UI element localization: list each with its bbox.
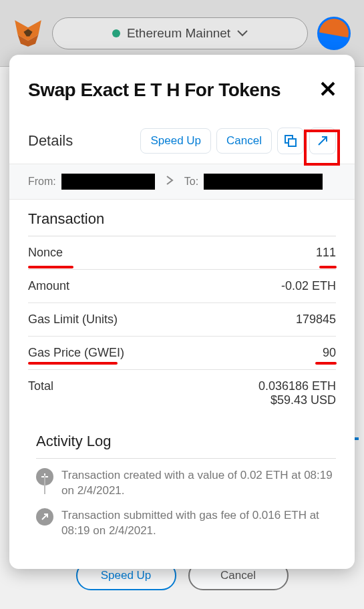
network-selector[interactable]: Ethereum Mainnet (52, 17, 308, 49)
gasprice-row: Gas Price (GWEI) 90 (28, 337, 336, 370)
network-status-dot (112, 29, 120, 37)
amount-row: Amount -0.02 ETH (28, 270, 336, 303)
from-label: From: (28, 176, 56, 188)
underline-gasprice-label (28, 362, 118, 365)
underline-nonce-label (28, 266, 73, 268)
copy-button[interactable] (277, 128, 304, 154)
from-address-redacted (61, 174, 155, 190)
underline-gasprice-value (315, 362, 337, 365)
network-name: Ethereum Mainnet (127, 26, 230, 41)
chevron-down-icon (237, 27, 248, 39)
activity-title: Activity Log (36, 433, 336, 459)
gasprice-label: Gas Price (GWEI) (28, 346, 124, 360)
details-row: Details Speed Up Cancel (9, 128, 355, 164)
from-to-bar: From: To: (9, 164, 355, 200)
account-avatar[interactable] (317, 17, 351, 50)
cancel-button[interactable]: Cancel (216, 128, 272, 154)
gasprice-value: 90 (323, 346, 336, 360)
activity-section: Activity Log Transaction created with a … (9, 417, 355, 552)
arrow-up-right-icon (36, 508, 53, 526)
external-link-button[interactable] (309, 128, 336, 154)
underline-nonce-value (319, 266, 337, 268)
gaslimit-label: Gas Limit (Units) (28, 313, 118, 327)
gaslimit-row: Gas Limit (Units) 179845 (28, 303, 336, 337)
log-text-created: Transaction created with a value of 0.02… (61, 468, 336, 499)
transaction-title: Transaction (28, 210, 336, 236)
total-row: Total 0.036186 ETH $59.43 USD (28, 370, 336, 417)
modal-header: Swap Exact E T H For Tokens (9, 55, 355, 128)
to-address-redacted (204, 174, 323, 190)
nonce-label: Nonce (28, 246, 63, 260)
log-item-submitted: Transaction submitted with gas fee of 0.… (36, 499, 336, 539)
modal-title: Swap Exact E T H For Tokens (28, 79, 320, 101)
details-label: Details (28, 132, 135, 150)
total-usd: $59.43 USD (258, 393, 336, 407)
arrow-right-icon (160, 175, 179, 189)
external-link-icon (317, 135, 329, 147)
amount-value: -0.02 ETH (281, 279, 336, 293)
speedup-button[interactable]: Speed Up (140, 128, 211, 154)
copy-icon (285, 135, 297, 147)
log-text-submitted: Transaction submitted with gas fee of 0.… (61, 508, 336, 539)
log-connector (44, 475, 45, 494)
metamask-logo-icon (13, 19, 43, 48)
log-item-created: Transaction created with a value of 0.02… (36, 459, 336, 499)
nonce-row: Nonce 111 (28, 236, 336, 270)
amount-label: Amount (28, 279, 69, 293)
gaslimit-value: 179845 (296, 313, 336, 327)
transaction-modal: Swap Exact E T H For Tokens Details Spee… (9, 55, 355, 569)
to-label: To: (184, 176, 198, 188)
nonce-value: 111 (316, 246, 336, 260)
transaction-section: Transaction Nonce 111 Amount -0.02 ETH G… (9, 200, 355, 417)
svg-rect-6 (289, 139, 296, 146)
total-eth: 0.036186 ETH (258, 379, 336, 393)
total-label: Total (28, 379, 53, 393)
close-button[interactable] (320, 77, 336, 102)
